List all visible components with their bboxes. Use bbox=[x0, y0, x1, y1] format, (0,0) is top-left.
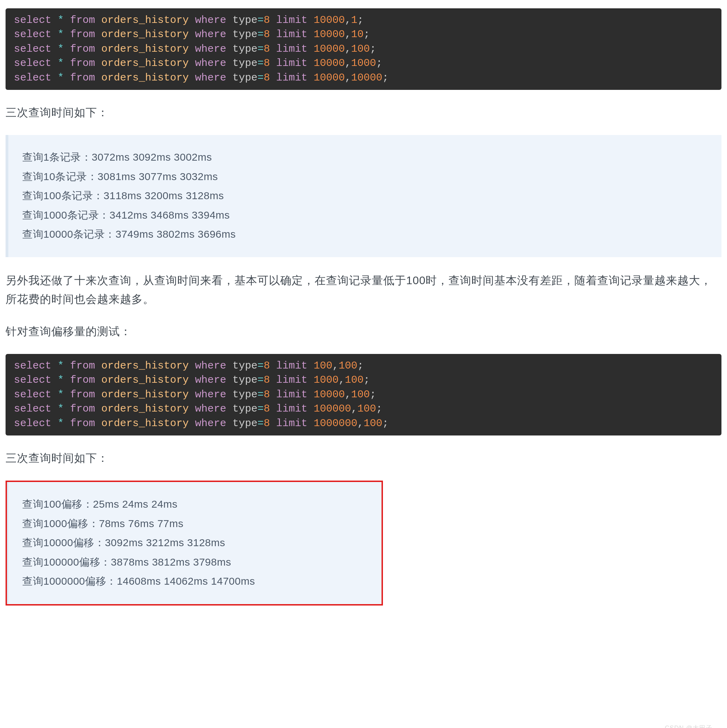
result-line: 查询1000000偏移：14608ms 14062ms 14700ms bbox=[22, 572, 371, 591]
result-line: 查询1000条记录：3412ms 3468ms 3394ms bbox=[22, 205, 711, 225]
paragraph-offset-test-heading: 针对查询偏移量的测试： bbox=[6, 322, 721, 341]
quote-block-offset-results-highlighted: 查询100偏移：25ms 24ms 24ms查询1000偏移：78ms 76ms… bbox=[6, 480, 383, 606]
paragraph-query-times-heading-1: 三次查询时间如下： bbox=[6, 103, 721, 122]
result-line: 查询10条记录：3081ms 3077ms 3032ms bbox=[22, 167, 711, 187]
result-line: 查询100000偏移：3878ms 3812ms 3798ms bbox=[22, 552, 371, 572]
paragraph-query-times-heading-2: 三次查询时间如下： bbox=[6, 449, 721, 467]
result-line: 查询1条记录：3072ms 3092ms 3002ms bbox=[22, 147, 711, 167]
paragraph-analysis: 另外我还做了十来次查询，从查询时间来看，基本可以确定，在查询记录量低于100时，… bbox=[6, 271, 721, 309]
result-line: 查询100条记录：3118ms 3200ms 3128ms bbox=[22, 186, 711, 205]
result-line: 查询100偏移：25ms 24ms 24ms bbox=[22, 494, 371, 514]
quote-block-row-count-results: 查询1条记录：3072ms 3092ms 3002ms查询10条记录：3081m… bbox=[6, 135, 721, 257]
result-line: 查询1000偏移：78ms 76ms 77ms bbox=[22, 514, 371, 533]
result-line: 查询10000条记录：3749ms 3802ms 3696ms bbox=[22, 225, 711, 244]
result-line: 查询10000偏移：3092ms 3212ms 3128ms bbox=[22, 533, 371, 552]
sql-code-block-limit-rows: select * from orders_history where type=… bbox=[6, 8, 721, 90]
sql-code-block-limit-offset: select * from orders_history where type=… bbox=[6, 354, 721, 436]
watermark-text: CSDN @大田子 bbox=[665, 723, 712, 728]
